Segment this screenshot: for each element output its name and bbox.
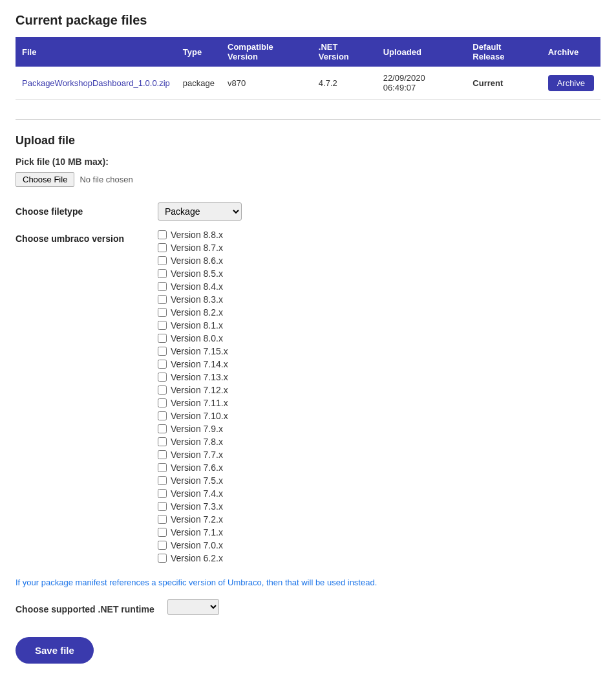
version-checkbox-8[interactable] [158,334,167,343]
list-item: Version 6.2.x [158,553,600,563]
cell-net: 4.7.2 [312,67,377,100]
version-label-23[interactable]: Version 7.1.x [171,527,223,537]
version-checkbox-19[interactable] [158,476,167,485]
col-header-compatible: Compatible Version [221,37,312,67]
version-label-18[interactable]: Version 7.6.x [171,462,223,473]
list-item: Version 8.0.x [158,333,600,343]
version-checkbox-25[interactable] [158,554,167,563]
no-file-text: No file chosen [80,175,133,184]
version-label-5[interactable]: Version 8.3.x [171,294,223,305]
filetype-control: PackageDllSource [158,202,600,230]
version-checkbox-14[interactable] [158,411,167,420]
version-checkbox-5[interactable] [158,295,167,304]
version-checkbox-0[interactable] [158,230,167,239]
list-item: Version 8.3.x [158,294,600,305]
version-label-25[interactable]: Version 6.2.x [171,553,223,563]
manifest-note: If your package manifest references a sp… [16,578,600,587]
version-control: Version 8.8.xVersion 8.7.xVersion 8.6.xV… [158,230,600,575]
list-item: Version 8.2.x [158,307,600,318]
divider [16,119,600,120]
version-label-3[interactable]: Version 8.5.x [171,268,223,279]
version-checkbox-18[interactable] [158,463,167,472]
list-item: Version 7.8.x [158,437,600,447]
version-label-16[interactable]: Version 7.8.x [171,437,223,447]
version-label-12[interactable]: Version 7.12.x [171,385,228,395]
col-header-archive: Archive [542,37,600,67]
version-checkbox-24[interactable] [158,541,167,550]
version-checkbox-21[interactable] [158,502,167,511]
version-checkbox-13[interactable] [158,398,167,407]
cell-type: package [176,67,221,100]
version-checkbox-10[interactable] [158,360,167,369]
version-label-22[interactable]: Version 7.2.x [171,514,223,525]
version-label-1[interactable]: Version 8.7.x [171,243,223,253]
cell-archive: Archive [542,67,600,100]
col-header-default: Default Release [466,37,541,67]
version-checkbox-2[interactable] [158,256,167,265]
list-item: Version 7.1.x [158,527,600,537]
dotnet-select[interactable]: 4.7.24.8netcoreapp3.1net5.0 [167,599,219,615]
filetype-select[interactable]: PackageDllSource [158,202,242,221]
list-item: Version 7.15.x [158,346,600,356]
save-file-button[interactable]: Save file [16,637,94,664]
list-item: Version 7.2.x [158,514,600,525]
list-item: Version 7.3.x [158,501,600,512]
version-checkbox-23[interactable] [158,528,167,537]
version-checkbox-9[interactable] [158,347,167,356]
version-checkbox-17[interactable] [158,450,167,459]
list-item: Version 7.7.x [158,450,600,460]
version-label-14[interactable]: Version 7.10.x [171,411,228,421]
version-label-21[interactable]: Version 7.3.x [171,501,223,512]
version-checkbox-7[interactable] [158,321,167,330]
list-item: Version 7.4.x [158,488,600,499]
version-label-4[interactable]: Version 8.4.x [171,281,223,292]
table-row: PackageWorkshopDashboard_1.0.0.zip packa… [16,67,600,100]
version-checkbox-3[interactable] [158,269,167,278]
dotnet-label: Choose supported .NET runtime [16,600,154,614]
pick-file-label: Pick file (10 MB max): [16,157,600,167]
cell-compatible: v870 [221,67,312,100]
file-input-row: Choose File No file chosen [16,172,600,187]
list-item: Version 8.8.x [158,230,600,240]
version-label-13[interactable]: Version 7.11.x [171,398,228,408]
version-checkbox-12[interactable] [158,385,167,395]
version-checkbox-22[interactable] [158,515,167,524]
cell-file[interactable]: PackageWorkshopDashboard_1.0.0.zip [16,67,176,100]
list-item: Version 8.6.x [158,255,600,266]
list-item: Version 7.14.x [158,359,600,369]
choose-file-button[interactable]: Choose File [16,172,74,187]
col-header-file: File [16,37,176,67]
version-checkbox-4[interactable] [158,282,167,291]
archive-button[interactable]: Archive [548,75,594,91]
version-label-15[interactable]: Version 7.9.x [171,424,223,434]
version-label-2[interactable]: Version 8.6.x [171,255,223,266]
file-link[interactable]: PackageWorkshopDashboard_1.0.0.zip [22,78,170,88]
list-item: Version 7.11.x [158,398,600,408]
dotnet-row: Choose supported .NET runtime 4.7.24.8ne… [16,599,600,615]
version-label-11[interactable]: Version 7.13.x [171,372,228,382]
version-checkbox-20[interactable] [158,489,167,498]
list-item: Version 8.4.x [158,281,600,292]
filetype-label: Choose filetype [16,202,158,226]
list-item: Version 7.5.x [158,475,600,486]
version-checkbox-16[interactable] [158,437,167,446]
version-label-8[interactable]: Version 8.0.x [171,333,223,343]
list-item: Version 7.10.x [158,411,600,421]
version-label-10[interactable]: Version 7.14.x [171,359,228,369]
version-checkbox-1[interactable] [158,243,167,252]
version-label-20[interactable]: Version 7.4.x [171,488,223,499]
version-label-7[interactable]: Version 8.1.x [171,320,223,331]
upload-title: Upload file [16,134,600,147]
version-label-24[interactable]: Version 7.0.x [171,540,223,550]
list-item: Version 7.12.x [158,385,600,395]
col-header-uploaded: Uploaded [377,37,467,67]
version-label-9[interactable]: Version 7.15.x [171,346,228,356]
version-label-6[interactable]: Version 8.2.x [171,307,223,318]
version-label-0[interactable]: Version 8.8.x [171,230,223,240]
version-label-19[interactable]: Version 7.5.x [171,475,223,486]
version-checkbox-15[interactable] [158,424,167,433]
version-label-17[interactable]: Version 7.7.x [171,450,223,460]
version-checkbox-6[interactable] [158,308,167,317]
page-title: Current package files [16,13,600,28]
version-checkbox-11[interactable] [158,373,167,382]
